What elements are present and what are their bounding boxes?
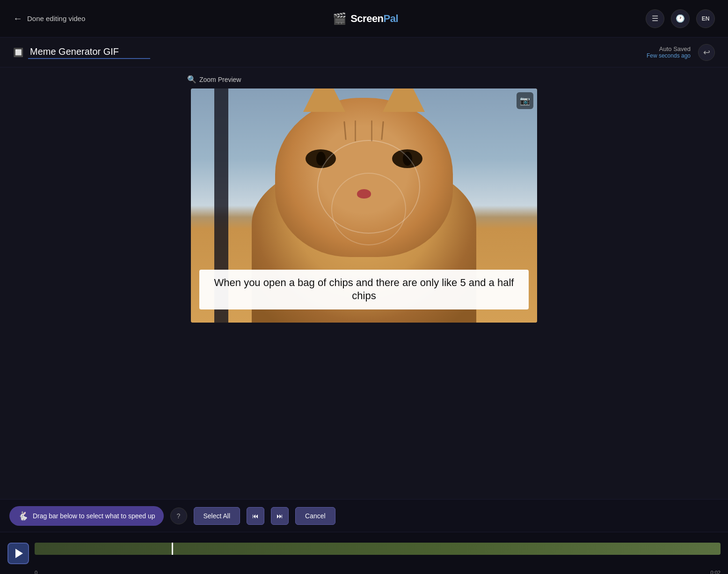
project-name-input[interactable] <box>28 45 150 59</box>
speedup-toolbar: 🐇 Drag bar below to select what to speed… <box>0 499 728 532</box>
zoom-preview-bar: 🔍 Zoom Preview <box>187 75 241 84</box>
back-button[interactable]: ← Done editing video <box>13 13 85 24</box>
timeline-filled-region <box>35 543 721 555</box>
prev-nav-button[interactable]: ⏮ <box>247 507 264 525</box>
menu-icon: ☰ <box>652 14 658 23</box>
speedup-hint: 🐇 Drag bar below to select what to speed… <box>9 506 164 526</box>
auto-saved-status: Auto Saved Few seconds ago <box>647 45 691 59</box>
right-panel <box>634 67 728 499</box>
history-icon: 🕐 <box>676 14 685 23</box>
title-bar: 🔲 Auto Saved Few seconds ago ↩ <box>0 37 728 67</box>
timeline-playhead: 0:00.32 <box>172 543 173 555</box>
fur-line-4 <box>381 121 384 140</box>
back-label: Done editing video <box>27 15 85 22</box>
title-right: Auto Saved Few seconds ago ↩ <box>647 44 715 61</box>
left-panel <box>0 67 94 499</box>
prev-icon: ⏮ <box>252 512 259 520</box>
timeline-start-time: 0 <box>35 570 37 574</box>
fur-line-3 <box>371 120 372 141</box>
whisker-circle-inner <box>331 173 406 245</box>
timeline-track[interactable]: 0:00.32 0 0:02 <box>35 543 721 564</box>
timeline-area: 0:00.32 0 0:02 <box>0 532 728 574</box>
video-container: When you open a bag of chips and there a… <box>191 88 537 323</box>
fur-line-1 <box>343 121 346 140</box>
cat-ear-left <box>303 88 345 112</box>
timeline-bar[interactable]: 0:00.32 <box>35 543 721 555</box>
main-content: 🔍 Zoom Preview <box>0 67 728 499</box>
next-nav-button[interactable]: ⏭ <box>271 507 289 525</box>
screenshot-button[interactable]: 📷 <box>517 92 533 109</box>
speedup-hint-text: Drag bar below to select what to speed u… <box>33 512 155 520</box>
history-button[interactable]: 🕐 <box>671 9 690 28</box>
lang-label: EN <box>702 15 710 22</box>
back-arrow-icon: ← <box>13 13 22 24</box>
rabbit-icon: 🐇 <box>18 511 28 521</box>
cancel-label: Cancel <box>305 512 326 520</box>
play-icon <box>15 549 23 558</box>
app-title: ScreenPal <box>350 13 398 25</box>
menu-button[interactable]: ☰ <box>646 9 664 28</box>
camera-icon: 📷 <box>520 96 530 106</box>
auto-saved-time: Few seconds ago <box>647 52 691 59</box>
language-button[interactable]: EN <box>696 9 715 28</box>
video-caption: When you open a bag of chips and there a… <box>199 270 529 309</box>
help-button[interactable]: ? <box>170 508 187 524</box>
cat-head <box>275 98 453 257</box>
timeline-time-labels: 0 0:02 <box>35 555 721 564</box>
undo-button[interactable]: ↩ <box>698 44 715 61</box>
top-bar-right: ☰ 🕐 EN <box>646 9 715 28</box>
play-button[interactable] <box>7 543 29 564</box>
auto-saved-label: Auto Saved <box>647 45 691 52</box>
fur-line-2 <box>355 120 356 141</box>
cat-ear-right <box>383 88 425 112</box>
title-left: 🔲 <box>13 45 150 59</box>
caption-text: When you open a bag of chips and there a… <box>214 277 514 302</box>
edit-icon: 🔲 <box>13 47 23 58</box>
undo-icon: ↩ <box>703 47 710 58</box>
logo-area: 🎬 ScreenPal <box>333 12 398 25</box>
cancel-button[interactable]: Cancel <box>295 507 335 525</box>
timeline-end-time: 0:02 <box>711 570 721 574</box>
help-icon: ? <box>177 512 181 520</box>
top-bar: ← Done editing video 🎬 ScreenPal ☰ 🕐 EN <box>0 0 728 37</box>
next-icon: ⏭ <box>277 512 283 520</box>
video-area: 🔍 Zoom Preview <box>94 67 634 499</box>
zoom-preview-label: Zoom Preview <box>199 76 241 83</box>
select-all-label: Select All <box>204 512 231 520</box>
select-all-button[interactable]: Select All <box>194 507 240 525</box>
logo-icon: 🎬 <box>333 12 347 25</box>
zoom-icon: 🔍 <box>187 75 197 84</box>
